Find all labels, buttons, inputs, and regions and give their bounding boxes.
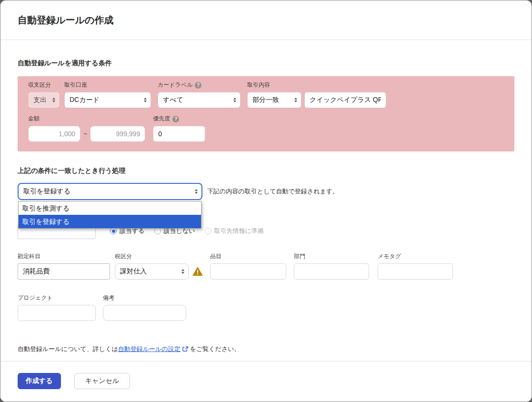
tax-label: 税区分	[115, 252, 203, 261]
cancel-button[interactable]: キャンセル	[74, 373, 130, 389]
conditions-panel: 収支区分 支出 取引口座 DCカード カードラベル	[18, 76, 514, 151]
radio-icon	[154, 228, 161, 234]
conditions-heading: 自動登録ルールを適用する条件	[18, 59, 514, 68]
section-input[interactable]	[294, 263, 369, 280]
conditions-row-2: 金額 ~ 優先度 ?	[28, 115, 504, 142]
entry-type-value: 支出	[33, 96, 47, 104]
priority-label: 優先度	[153, 115, 170, 123]
dialog-header: 自動登録ルールの作成	[0, 0, 532, 40]
card-label-help-icon[interactable]: ?	[195, 82, 201, 89]
create-button[interactable]: 作成する	[18, 373, 61, 389]
account-item-input[interactable]	[18, 263, 110, 280]
amount-label: 金額	[28, 115, 145, 123]
select-arrows-icon	[52, 98, 55, 102]
project-input[interactable]	[18, 305, 96, 321]
help-suffix: をご覧ください。	[190, 345, 241, 353]
card-label-value: すべて	[163, 96, 183, 104]
dialog-content: 自動登録ルールを適用する条件 収支区分 支出 取引口座 DCカード	[0, 59, 532, 353]
action-dropdown: 取引を推測する 取引を登録する	[18, 201, 201, 229]
conditions-row-1: 収支区分 支出 取引口座 DCカード カードラベル	[28, 81, 504, 108]
action-select[interactable]: 取引を登録する	[18, 183, 202, 200]
entry-type-select[interactable]: 支出	[28, 92, 60, 108]
dropdown-option-guess[interactable]: 取引を推測する	[19, 201, 201, 215]
radio-icon	[205, 228, 211, 234]
item-label: 品目	[210, 252, 286, 261]
tax-select[interactable]: 課対仕入	[115, 263, 189, 280]
amount-max-input[interactable]	[90, 126, 145, 142]
note-label: 備考	[103, 294, 186, 302]
select-arrows-icon	[195, 189, 198, 194]
account-label: 取引口座	[64, 81, 151, 89]
auto-rule-dialog: 自動登録ルールの作成 自動登録ルールを適用する条件 収支区分 支出 取引口座 D…	[0, 0, 532, 402]
amount-tilde: ~	[83, 130, 87, 138]
project-label: プロジェクト	[18, 294, 96, 302]
detail-fields-row-2: プロジェクト 備考	[18, 294, 514, 321]
note-input[interactable]	[103, 305, 186, 321]
dialog-footer: 作成する キャンセル	[0, 361, 532, 402]
select-arrows-icon	[294, 98, 297, 102]
radio-follow-partner-info: 取引先情報に準拠	[205, 227, 264, 235]
action-select-value: 取引を登録する	[23, 187, 70, 196]
dropdown-option-register[interactable]: 取引を登録する	[19, 215, 201, 228]
description-label: 取引内容	[247, 81, 386, 89]
section-label: 部門	[294, 252, 369, 261]
select-arrows-icon	[181, 269, 184, 274]
radio-follow-partner-info-label: 取引先情報に準拠	[214, 227, 264, 235]
account-item-label: 勘定科目	[18, 252, 110, 261]
radio-icon	[110, 228, 117, 234]
action-heading: 上記の条件に一致したとき行う処理	[18, 167, 514, 175]
account-select[interactable]: DCカード	[64, 92, 151, 108]
help-link[interactable]: 自動登録ルールの設定	[118, 345, 181, 353]
select-arrows-icon	[144, 98, 147, 102]
card-label-label: カードラベル	[158, 81, 192, 89]
action-row: 取引を登録する 取引を推測する 取引を登録する 下記の内容の取引として自動で登録…	[18, 183, 514, 200]
action-note: 下記の内容の取引として自動で登録されます。	[207, 187, 339, 196]
help-line: 自動登録ルールについて、詳しくは自動登録ルールの設定 をご覧ください。	[18, 345, 514, 353]
external-link-icon[interactable]	[182, 346, 189, 352]
memo-tag-label: メモタグ	[378, 252, 453, 261]
memo-tag-input[interactable]	[378, 263, 453, 280]
dialog-title: 自動登録ルールの作成	[18, 14, 514, 27]
description-input[interactable]	[304, 92, 386, 108]
tax-value: 課対仕入	[120, 267, 147, 276]
amount-min-input[interactable]	[28, 126, 80, 142]
detail-fields-row: 勘定科目 税区分 課対仕入	[18, 252, 514, 280]
help-prefix: 自動登録ルールについて、詳しくは	[18, 345, 118, 353]
match-type-select[interactable]: 部分一致	[247, 92, 301, 108]
match-type-value: 部分一致	[252, 96, 279, 104]
entry-type-label: 収支区分	[28, 81, 60, 89]
priority-input[interactable]	[153, 126, 205, 142]
item-input[interactable]	[210, 263, 286, 280]
account-value: DCカード	[70, 96, 100, 104]
priority-help-icon[interactable]: ?	[172, 116, 179, 122]
select-arrows-icon	[233, 98, 236, 102]
card-label-select[interactable]: すべて	[158, 92, 241, 108]
warning-icon	[192, 267, 203, 276]
